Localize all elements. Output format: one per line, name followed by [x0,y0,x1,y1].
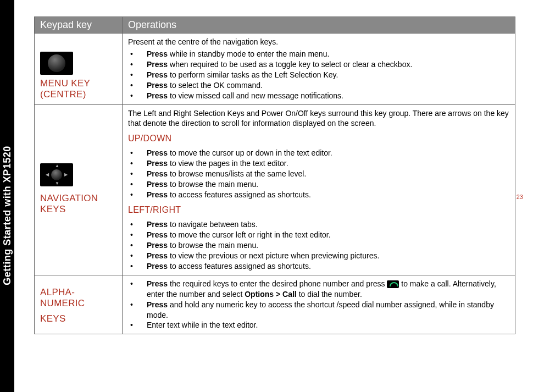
list-item: Press to view the pages in the text edit… [128,158,509,169]
header-operations: Operations [123,17,515,34]
updown-list: Press to move the cursor up or down in t… [128,148,509,200]
list-item: Press to browse the main menu. [128,240,509,251]
call-key-icon [387,280,399,288]
keyname-alpha2: KEYS [40,313,116,324]
leftright-list: Press to navigate between tabs. Press to… [128,219,509,271]
keycol-nav: ▲ ▼ ◀ ▶ NAVIGATION KEYS [35,104,123,275]
ops-menu: Present at the centre of the navigation … [123,34,515,105]
subhead-leftright: LEFT/RIGHT [128,205,509,215]
alpha-list: Press the required keys to enter the des… [128,279,509,330]
page-number: 23 [517,194,523,200]
menu-list: Press while in standby mode to enter the… [128,49,509,101]
menu-key-icon [40,52,73,75]
list-item: Press to select the OK command. [128,80,509,91]
keyname-nav: NAVIGATION KEYS [40,193,116,215]
table-row: ▲ ▼ ◀ ▶ NAVIGATION KEYS The Left and Rig… [35,104,515,275]
menu-desc: Present at the centre of the navigation … [128,37,509,47]
ops-nav: The Left and Right Selection Keys and Po… [123,104,515,275]
list-item: Press and hold any numeric key to access… [128,300,509,321]
list-item: Press the required keys to enter the des… [128,279,509,300]
ops-alpha: Press the required keys to enter the des… [123,275,515,334]
list-item: Press to move the cursor up or down in t… [128,148,509,158]
table-header-row: Keypad key Operations [35,17,515,34]
keycol-alpha: ALPHA-NUMERIC KEYS [35,275,123,334]
nav-desc: The Left and Right Selection Keys and Po… [128,108,509,128]
keyname-alpha1: ALPHA-NUMERIC [40,287,116,309]
list-item: Press to navigate between tabs. [128,219,509,230]
list-item: Enter text while in the text editor. [128,320,509,330]
sidebar-label: Getting Started with XP1520 [2,146,13,285]
table-row: ALPHA-NUMERIC KEYS Press the required ke… [35,275,515,334]
header-keypad-key: Keypad key [35,17,123,34]
list-item: Press to access features assigned as sho… [128,190,509,200]
keypad-table: Keypad key Operations MENU KEY (CENTRE) … [34,16,515,334]
list-item: Press to perform similar tasks as the Le… [128,70,509,80]
sidebar: Getting Started with XP1520 [0,0,14,392]
list-item: Press when required to be used as a togg… [128,59,509,70]
keyname-menu: MENU KEY (CENTRE) [40,78,116,100]
list-item: Press while in standby mode to enter the… [128,49,509,59]
list-item: Press to browse menus/lists at the same … [128,169,509,179]
list-item: Press to view the previous or next pictu… [128,251,509,261]
subhead-updown: UP/DOWN [128,134,509,143]
table-row: MENU KEY (CENTRE) Present at the centre … [35,34,515,105]
list-item: Press to view missed call and new messag… [128,91,509,101]
content-area: Keypad key Operations MENU KEY (CENTRE) … [34,16,515,334]
list-item: Press to browse the main menu. [128,179,509,190]
keycol-menu: MENU KEY (CENTRE) [35,34,123,105]
list-item: Press to move the cursor left or right i… [128,230,509,240]
navigation-key-icon: ▲ ▼ ◀ ▶ [40,163,73,186]
list-item: Press to access features assigned as sho… [128,261,509,272]
